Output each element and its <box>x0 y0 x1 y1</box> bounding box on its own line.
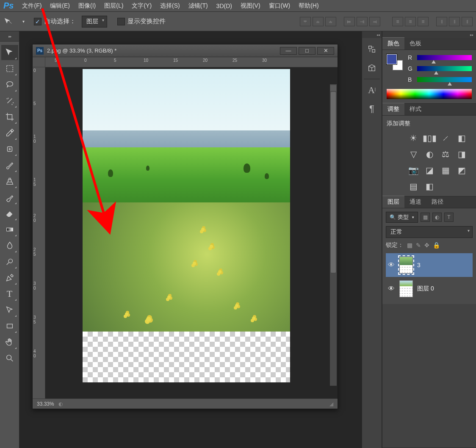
levels-icon[interactable]: ▮▯▮ <box>424 133 435 144</box>
layer-name-text[interactable]: 图层 0 <box>417 285 434 293</box>
type-tool[interactable]: T <box>1 286 18 301</box>
show-transform-checkbox[interactable] <box>117 18 125 25</box>
auto-select-target-dropdown[interactable]: 图层 <box>82 16 107 28</box>
mid-strip-expand-handle[interactable]: ◂◂ <box>362 31 382 38</box>
path-selection-tool[interactable] <box>1 302 18 318</box>
lock-position-icon[interactable]: ✥ <box>424 242 429 249</box>
color-balance-icon[interactable]: ⚖ <box>440 149 451 160</box>
eyedropper-tool[interactable] <box>1 125 18 141</box>
red-slider[interactable] <box>417 55 472 60</box>
distribute-right-button[interactable]: ⦀ <box>462 17 473 26</box>
canvas-content[interactable] <box>83 69 290 382</box>
lock-transparency-icon[interactable]: ▩ <box>407 242 412 249</box>
invert-icon[interactable]: ◩ <box>456 165 467 176</box>
brightness-contrast-icon[interactable]: ☀ <box>408 133 419 144</box>
horizontal-ruler[interactable]: 5 0 5 10 15 20 25 30 <box>45 57 338 67</box>
menu-select[interactable]: 选择(S) <box>156 0 184 11</box>
resize-handle-icon[interactable]: ◢ <box>329 401 333 407</box>
distribute-top-button[interactable]: ≡ <box>392 17 403 26</box>
pen-tool[interactable] <box>1 270 18 285</box>
tab-swatches[interactable]: 色板 <box>404 38 426 50</box>
layer-thumbnail[interactable] <box>399 280 413 297</box>
layer-thumbnail[interactable] <box>399 257 413 274</box>
layer-item[interactable]: 👁 图层 0 <box>386 277 473 301</box>
black-white-icon[interactable]: ◨ <box>456 149 467 160</box>
current-tool-icon[interactable] <box>3 17 13 26</box>
lasso-tool[interactable] <box>1 77 18 92</box>
channel-mixer-icon[interactable]: ◪ <box>424 165 435 176</box>
distribute-bottom-button[interactable]: ≡ <box>418 17 429 26</box>
clone-stamp-tool[interactable] <box>1 174 18 189</box>
align-vcenter-button[interactable]: ⫨ <box>313 17 324 26</box>
threshold-icon[interactable]: ◧ <box>424 181 435 192</box>
hue-saturation-icon[interactable]: ◐ <box>424 149 435 160</box>
color-lookup-icon[interactable]: ▦ <box>440 165 451 176</box>
menu-view[interactable]: 视图(V) <box>236 0 265 11</box>
menu-3d[interactable]: 3D(D) <box>212 1 236 11</box>
align-left-button[interactable]: ⫢ <box>344 17 355 26</box>
blur-tool[interactable] <box>1 238 18 253</box>
marquee-tool[interactable] <box>1 61 18 76</box>
menu-layer[interactable]: 图层(L) <box>100 0 127 11</box>
layer-visibility-toggle[interactable]: 👁 <box>387 261 395 269</box>
menu-image[interactable]: 图像(I) <box>74 0 100 11</box>
blend-mode-dropdown[interactable]: 正常 <box>386 226 473 238</box>
toolbox-collapse-handle[interactable] <box>0 31 19 41</box>
align-bottom-button[interactable]: ⫨ <box>325 17 336 26</box>
posterize-icon[interactable]: ▤ <box>408 181 419 192</box>
foreground-color-swatch[interactable] <box>387 54 397 64</box>
window-minimize-button[interactable]: — <box>280 47 297 55</box>
distribute-hcenter-button[interactable]: ⦀ <box>449 17 460 26</box>
brush-tool[interactable] <box>1 158 18 173</box>
layer-name-text[interactable]: 3 <box>417 262 421 268</box>
status-info-icon[interactable]: ◐ <box>58 401 63 407</box>
hand-tool[interactable] <box>1 335 18 350</box>
photo-filter-icon[interactable]: 📷 <box>408 165 419 176</box>
menu-file[interactable]: 文件(F) <box>18 0 46 11</box>
align-hcenter-button[interactable]: ⫣ <box>357 17 368 26</box>
align-right-button[interactable]: ⫤ <box>369 17 380 26</box>
tab-color[interactable]: 颜色 <box>382 37 404 50</box>
distribute-left-button[interactable]: ⦀ <box>436 17 447 26</box>
layer-item[interactable]: 👁 3 <box>386 253 473 277</box>
color-spectrum-ramp[interactable] <box>387 89 472 99</box>
rectangle-tool[interactable] <box>1 318 18 334</box>
scrollbar-thumb[interactable] <box>331 92 336 273</box>
layer-filter-kind-dropdown[interactable]: 🔍类型▾ <box>386 212 418 223</box>
menu-type[interactable]: 文字(Y) <box>127 0 156 11</box>
move-tool[interactable] <box>1 45 18 60</box>
filter-pixel-icon[interactable]: ▦ <box>421 213 430 222</box>
blue-slider[interactable] <box>417 77 472 82</box>
vertical-ruler[interactable]: 0 5 1 0 1 5 2 0 2 5 3 0 3 5 4 0 <box>33 67 45 398</box>
window-close-button[interactable]: ✕ <box>317 47 334 55</box>
exposure-icon[interactable]: ◧ <box>456 133 467 144</box>
menu-window[interactable]: 窗口(W) <box>265 0 295 11</box>
menu-filter[interactable]: 滤镜(T) <box>184 0 212 11</box>
properties-panel-icon[interactable] <box>364 60 379 75</box>
eraser-tool[interactable] <box>1 206 18 221</box>
align-top-button[interactable]: ⫧ <box>300 17 311 26</box>
history-brush-tool[interactable] <box>1 190 18 205</box>
canvas-viewport[interactable] <box>45 67 338 398</box>
tool-preset-dropdown[interactable]: ▾ <box>19 17 28 26</box>
crop-tool[interactable] <box>1 109 18 124</box>
tab-layers[interactable]: 图层 <box>382 196 404 208</box>
dodge-tool[interactable] <box>1 254 18 269</box>
menu-help[interactable]: 帮助(H) <box>294 0 323 11</box>
filter-adjustment-icon[interactable]: ◐ <box>432 213 442 222</box>
zoom-level-text[interactable]: 33.33% <box>37 401 54 407</box>
paragraph-panel-icon[interactable]: ¶ <box>364 101 379 116</box>
green-slider[interactable] <box>417 66 472 71</box>
lock-all-icon[interactable]: 🔒 <box>433 242 440 249</box>
vertical-scrollbar[interactable] <box>330 84 337 386</box>
tab-channels[interactable]: 通道 <box>404 196 426 208</box>
distribute-vcenter-button[interactable]: ≡ <box>405 17 416 26</box>
filter-type-icon[interactable]: T <box>444 213 454 222</box>
document-titlebar[interactable]: Ps 2.png @ 33.3% (3, RGB/8) * — □ ✕ <box>33 44 338 57</box>
character-panel-icon[interactable]: A| <box>364 83 379 98</box>
auto-select-checkbox[interactable]: ✓ <box>34 18 42 25</box>
zoom-tool[interactable] <box>1 351 18 366</box>
layer-visibility-toggle[interactable]: 👁 <box>387 285 395 293</box>
vibrance-icon[interactable]: ▽ <box>408 149 419 160</box>
tab-styles[interactable]: 样式 <box>404 103 426 115</box>
